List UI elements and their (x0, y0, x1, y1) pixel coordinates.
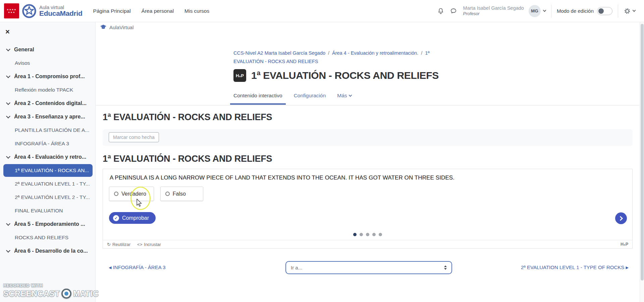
tf-options: VerdaderoFalso (109, 187, 203, 201)
page-title: 1ª EVALUATIÓN - ROCKS AND RELIEFS (251, 70, 439, 81)
course-index-drawer: × GeneralAvisosÁrea 1 - Compromiso prof.… (0, 22, 96, 302)
scrollbar-thumb[interactable] (641, 24, 644, 281)
navbar-link[interactable]: Área personal (142, 8, 174, 14)
previous-activity-link[interactable]: ◀ INFOGRAFÍA - ÁREA 3 (109, 264, 165, 270)
course-home-label: AulaVirtual (109, 24, 133, 30)
sidebar-item-label: Área 5 - Empoderamiento ... (14, 221, 85, 227)
course-home-link[interactable]: AulaVirtual (100, 24, 133, 30)
answer-option-verdadero[interactable]: Verdadero (109, 187, 154, 201)
sidebar-item-label: PLANTILLA SITUACIÓN DE A... (15, 127, 89, 133)
navbar-right: Marta Isabel García Segado Profesor MG M… (437, 4, 635, 18)
chevron-down-icon[interactable] (633, 9, 636, 12)
answer-option-falso[interactable]: Falso (160, 187, 203, 201)
breadcrumb-separator: / (328, 50, 329, 56)
messages-chat-icon[interactable] (450, 7, 457, 15)
brand[interactable]: Aula virtual EducaMadrid (39, 5, 83, 17)
sidebar-item[interactable]: General (0, 43, 95, 56)
sidebar-item-label: Área 6 - Desarrollo de la co... (14, 248, 88, 254)
chevron-down-icon (6, 47, 10, 51)
scrollbar-track[interactable] (640, 22, 644, 302)
radio-icon (114, 192, 118, 196)
navbar-link[interactable]: Página Principal (93, 8, 131, 14)
jump-to-select[interactable]: Ir a... (285, 261, 452, 274)
breadcrumb-link[interactable]: Área 4 - Evaluación y retroalimentación. (332, 50, 418, 56)
slide-dot[interactable] (360, 233, 363, 236)
avatar[interactable]: MG (529, 5, 541, 17)
tab-configuraci-n[interactable]: Configuración (290, 93, 329, 105)
check-answer-button[interactable]: ✓ Comprobar (109, 212, 156, 224)
breadcrumb-link[interactable]: CCS-Nivel A2 Marta Isabel García Segado (233, 50, 325, 56)
chevron-down-icon (6, 154, 10, 159)
sidebar-item-label: General (14, 47, 34, 53)
reuse-link[interactable]: ↻ Reutilizar (107, 242, 130, 247)
slide-dots (103, 233, 632, 236)
edit-mode-toggle[interactable] (597, 7, 612, 15)
select-stepper-icon (444, 265, 447, 270)
next-activity-label: 2ª EVALUATION LEVEL 1 - TYPE OF ROCKS (521, 264, 624, 270)
sidebar-item[interactable]: Área 1 - Compromiso prof... (0, 70, 95, 83)
check-button-label: Comprobar (122, 215, 149, 221)
watermark-word1: SCREENCAST (3, 289, 60, 298)
next-slide-button[interactable] (615, 212, 627, 224)
activity-header: Marcar como hecha (103, 129, 633, 146)
sidebar-item[interactable]: 1ª EVALUATIÓN - ROCKS AN... (3, 164, 93, 177)
sidebar-item[interactable]: INFOGRAFÍA - ÁREA 3 (0, 137, 95, 150)
educamadrid-emblem-icon (22, 4, 37, 18)
sidebar-item[interactable]: 2ª EVALUATIÓN LEVEL 2 - TY... (0, 191, 95, 204)
sidebar-item-label: Reflexión modelo TPACK (15, 87, 73, 93)
sidebar-item[interactable]: Área 4 - Evaluación y retro... (0, 150, 95, 164)
brand-top-label: Aula virtual (39, 5, 83, 10)
sidebar-item[interactable]: Área 6 - Desarrollo de la co... (0, 244, 95, 258)
left-triangle-icon: ◀ (109, 265, 111, 269)
sidebar-item[interactable]: PLANTILLA SITUACIÓN DE A... (0, 123, 95, 137)
slide-dot[interactable] (366, 233, 369, 236)
settings-gear-icon[interactable] (624, 7, 631, 15)
breadcrumb-separator: / (421, 50, 422, 56)
sidebar-item-label: FINAL EVALUATION (15, 208, 63, 214)
embed-link[interactable]: <> Incrustar (137, 242, 161, 247)
sidebar-item[interactable]: Avisos (0, 56, 95, 70)
notifications-bell-icon[interactable] (437, 7, 444, 15)
close-icon[interactable]: × (5, 28, 10, 36)
sidebar-item[interactable]: Reflexión modelo TPACK (0, 83, 95, 97)
tab-label: Contenido interactivo (233, 93, 282, 99)
breadcrumb: CCS-Nivel A2 Marta Isabel García Segado/… (233, 49, 441, 66)
top-navbar: ★★★★ ★★★ Aula virtual EducaMadrid Página… (0, 0, 644, 22)
slide-dot[interactable] (353, 233, 357, 236)
sidebar-item[interactable]: Área 5 - Empoderamiento ... (0, 217, 95, 231)
sidebar-item[interactable]: Área 3 - Enseñanza y apre... (0, 110, 95, 123)
madrid-flag-logo: ★★★★ ★★★ (4, 3, 19, 18)
slide-dot[interactable] (379, 233, 382, 236)
user-menu[interactable]: Marta Isabel García Segado Profesor (463, 5, 524, 16)
previous-activity-label: INFOGRAFÍA - ÁREA 3 (113, 264, 166, 270)
sidebar-item-label: 2ª EVALUATIÓN LEVEL 2 - TY... (15, 194, 90, 200)
chevron-down-icon[interactable] (543, 9, 546, 12)
h5p-footer-bar: ↻ Reutilizar <> Incrustar H₅P (103, 240, 632, 248)
chevron-right-icon (618, 216, 623, 220)
next-activity-link[interactable]: 2ª EVALUATION LEVEL 1 - TYPE OF ROCKS ▶ (521, 264, 629, 270)
watermark-line1: RECORDED WITH (3, 283, 99, 288)
sidebar-item[interactable]: ROCKS AND RELIEFS (0, 231, 95, 244)
option-label: Falso (173, 191, 186, 197)
chevron-down-icon (6, 221, 10, 226)
navbar-link[interactable]: Mis cursos (184, 8, 209, 14)
embed-label: Incrustar (144, 242, 161, 247)
sidebar-item-label: INFOGRAFÍA - ÁREA 3 (15, 141, 69, 147)
tab-contenido-interactivo[interactable]: Contenido interactivo (230, 93, 286, 105)
sidebar-item[interactable]: 2ª EVALUATION LEVEL 1 - TY... (0, 177, 95, 191)
edit-mode-label: Modo de edición (557, 8, 594, 14)
sidebar-item[interactable]: FINAL EVALUATION (0, 204, 95, 217)
sidebar-nav: GeneralAvisosÁrea 1 - Compromiso prof...… (0, 43, 95, 258)
section-heading: 1ª EVALUATIÓN - ROCKS AND RELIEFS (103, 112, 272, 122)
mark-as-done-button[interactable]: Marcar como hecha (109, 132, 159, 142)
sidebar-item[interactable]: Área 2 - Contenidos digital... (0, 97, 95, 110)
sidebar-item-label: Área 3 - Enseñanza y apre... (14, 114, 85, 120)
user-role: Profesor (463, 11, 524, 16)
tab-m-s[interactable]: Más (334, 93, 355, 105)
h5p-content-frame: A PENINSULA IS A LONG NARROW PIECE OF LA… (103, 169, 633, 249)
reuse-refresh-icon: ↻ (107, 242, 111, 247)
flag-stars: ★★★★ (7, 8, 16, 11)
slide-dot[interactable] (372, 233, 376, 236)
divider (618, 4, 618, 18)
chevron-down-icon (6, 101, 10, 105)
